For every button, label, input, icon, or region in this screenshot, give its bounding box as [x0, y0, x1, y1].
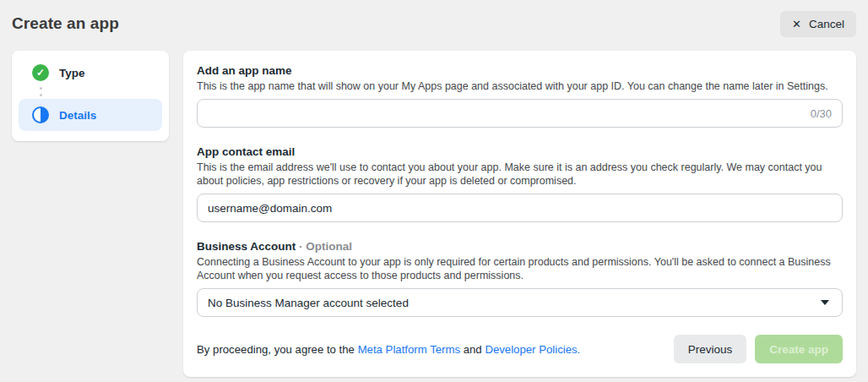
contact-email-input-wrap	[197, 194, 843, 222]
step-current-half-circle-icon	[32, 106, 49, 123]
page-title: Create an app	[12, 14, 119, 33]
sidebar-item-details[interactable]: Details	[19, 99, 162, 131]
business-account-group: Business Account · Optional Connecting a…	[197, 240, 843, 317]
contact-email-group: App contact email This is the email addr…	[197, 145, 843, 222]
step-type-label: Type	[59, 67, 85, 79]
business-account-label-text: Business Account	[197, 240, 296, 253]
step-connector-dots	[32, 87, 49, 96]
email-field[interactable]	[197, 194, 843, 222]
terms-prefix: By proceeding, you agree to the	[197, 343, 358, 356]
optional-separator: ·	[299, 240, 303, 253]
business-account-selected-value: No Business Manager account selected	[208, 297, 409, 309]
business-account-label: Business Account · Optional	[197, 240, 843, 253]
contact-email-description: This is the email address we'll use to c…	[197, 161, 843, 188]
app-name-group: Add an app name This is the app name tha…	[197, 64, 843, 128]
terms-middle: and	[460, 343, 485, 356]
steps-sidebar: ✓ Type Details	[12, 51, 169, 141]
app-name-input[interactable]	[197, 99, 843, 128]
form-footer: By proceeding, you agree to the Meta Pla…	[197, 335, 843, 363]
chevron-down-icon	[821, 300, 829, 305]
close-icon: ✕	[792, 18, 801, 30]
step-details-label: Details	[59, 109, 96, 122]
details-form-card: Add an app name This is the app name tha…	[183, 51, 856, 377]
cancel-label: Cancel	[809, 18, 844, 30]
create-app-button[interactable]: Create app	[755, 335, 843, 363]
app-name-input-wrap: 0/30	[197, 99, 843, 128]
page-header: Create an app ✕ Cancel	[0, 0, 868, 47]
app-name-label: Add an app name	[197, 64, 843, 77]
cancel-button[interactable]: ✕ Cancel	[780, 11, 856, 37]
meta-platform-terms-link[interactable]: Meta Platform Terms	[358, 343, 460, 356]
terms-text: By proceeding, you agree to the Meta Pla…	[197, 343, 674, 356]
content-area: ✓ Type Details Add an app name This is t…	[0, 47, 868, 377]
developer-policies-link[interactable]: Developer Policies.	[485, 343, 580, 356]
char-counter: 0/30	[811, 107, 832, 120]
step-complete-check-icon: ✓	[32, 64, 49, 81]
previous-button[interactable]: Previous	[674, 335, 747, 363]
sidebar-item-type[interactable]: ✓ Type	[19, 61, 162, 85]
contact-email-label: App contact email	[197, 145, 843, 158]
business-account-description: Connecting a Business Account to your ap…	[197, 255, 843, 282]
business-account-select[interactable]: No Business Manager account selected	[197, 288, 843, 317]
optional-badge: Optional	[306, 240, 352, 253]
app-name-description: This is the app name that will show on y…	[197, 79, 843, 93]
